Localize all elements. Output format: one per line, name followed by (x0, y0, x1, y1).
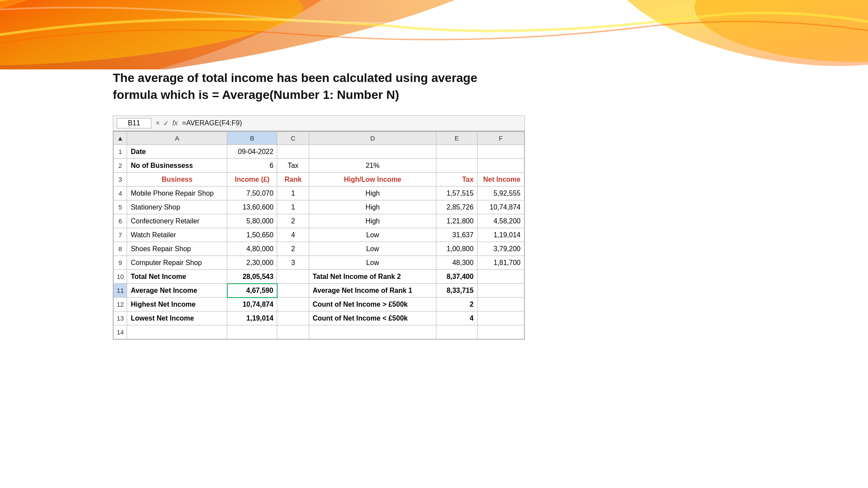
cell-f14[interactable] (477, 325, 524, 339)
cell-a14[interactable] (127, 325, 227, 339)
cell-d6[interactable]: High (309, 214, 436, 228)
cell-d14[interactable] (309, 325, 436, 339)
cell-a8[interactable]: Shoes Repair Shop (127, 242, 227, 256)
cell-f1[interactable] (477, 145, 524, 159)
cell-e9[interactable]: 48,300 (436, 256, 477, 270)
cell-c5[interactable]: 1 (277, 200, 309, 214)
cell-e3[interactable]: Tax (436, 173, 477, 187)
cell-a6[interactable]: Confectionery Retailer (127, 214, 227, 228)
cell-d7[interactable]: Low (309, 228, 436, 242)
cell-e1[interactable] (436, 145, 477, 159)
cell-b6[interactable]: 5,80,000 (227, 214, 277, 228)
table-row: 5 Stationery Shop 13,60,600 1 High 2,85,… (114, 200, 524, 214)
cell-c10[interactable] (277, 270, 309, 284)
cell-b9[interactable]: 2,30,000 (227, 256, 277, 270)
cell-b13[interactable]: 1,19,014 (227, 311, 277, 325)
cell-a9[interactable]: Computer Repair Shop (127, 256, 227, 270)
cell-f5[interactable]: 10,74,874 (477, 200, 524, 214)
cell-b5[interactable]: 13,60,600 (227, 200, 277, 214)
cell-c3[interactable]: Rank (277, 173, 309, 187)
cell-a5[interactable]: Stationery Shop (127, 200, 227, 214)
cell-f7[interactable]: 1,19,014 (477, 228, 524, 242)
row-num: 12 (114, 298, 127, 311)
cell-c14[interactable] (277, 325, 309, 339)
fx-icon[interactable]: fx (172, 119, 177, 128)
cell-a10[interactable]: Total Net Income (127, 270, 227, 284)
cell-b8[interactable]: 4,80,000 (227, 242, 277, 256)
cell-c7[interactable]: 4 (277, 228, 309, 242)
cell-d13[interactable]: Count of Net Income < £500k (309, 311, 436, 325)
cell-e10[interactable]: 8,37,400 (436, 270, 477, 284)
cell-a2[interactable]: No of Businessess (127, 159, 227, 173)
cell-b3[interactable]: Income (£) (227, 173, 277, 187)
cell-f13[interactable] (477, 311, 524, 325)
cell-d4[interactable]: High (309, 187, 436, 200)
cell-c1[interactable] (277, 145, 309, 159)
cell-c12[interactable] (277, 298, 309, 311)
cell-d10[interactable]: Tatal Net Income of Rank 2 (309, 270, 436, 284)
cell-b11[interactable]: 4,67,590 (227, 284, 277, 298)
header-decoration (0, 0, 868, 69)
description-text: The average of total income has been cal… (113, 69, 525, 103)
cell-b7[interactable]: 1,50,650 (227, 228, 277, 242)
row-num: 6 (114, 214, 127, 228)
table-row: 1 Date 09-04-2022 (114, 145, 524, 159)
cell-d5[interactable]: High (309, 200, 436, 214)
cell-f11[interactable] (477, 284, 524, 298)
cell-e6[interactable]: 1,21,800 (436, 214, 477, 228)
cell-c11[interactable] (277, 284, 309, 298)
row-num: 13 (114, 311, 127, 325)
cell-b4[interactable]: 7,50,070 (227, 187, 277, 200)
cell-e7[interactable]: 31,637 (436, 228, 477, 242)
cell-e13[interactable]: 4 (436, 311, 477, 325)
cell-b10[interactable]: 28,05,543 (227, 270, 277, 284)
cell-d11[interactable]: Average Net Income of Rank 1 (309, 284, 436, 298)
cell-d12[interactable]: Count of Net Income > £500k (309, 298, 436, 311)
confirm-icon[interactable]: ✓ (163, 119, 169, 128)
cell-f3[interactable]: Net Income (477, 173, 524, 187)
cell-c13[interactable] (277, 311, 309, 325)
cell-c6[interactable]: 2 (277, 214, 309, 228)
cell-b2[interactable]: 6 (227, 159, 277, 173)
cell-reference[interactable]: B11 (117, 118, 151, 128)
cell-e11[interactable]: 8,33,715 (436, 284, 477, 298)
cell-a4[interactable]: Mobile Phone Repair Shop (127, 187, 227, 200)
cell-e2[interactable] (436, 159, 477, 173)
cell-e14[interactable] (436, 325, 477, 339)
cell-e8[interactable]: 1,00,800 (436, 242, 477, 256)
cell-d9[interactable]: Low (309, 256, 436, 270)
table-row: 11 Average Net Income 4,67,590 Average N… (114, 284, 524, 298)
cell-e5[interactable]: 2,85,726 (436, 200, 477, 214)
table-row: 8 Shoes Repair Shop 4,80,000 2 Low 1,00,… (114, 242, 524, 256)
cancel-icon[interactable]: × (156, 119, 160, 128)
cell-c8[interactable]: 2 (277, 242, 309, 256)
cell-d8[interactable]: Low (309, 242, 436, 256)
row-num: 1 (114, 145, 127, 159)
cell-a11[interactable]: Average Net Income (127, 284, 227, 298)
cell-f6[interactable]: 4,58,200 (477, 214, 524, 228)
cell-b1[interactable]: 09-04-2022 (227, 145, 277, 159)
cell-e12[interactable]: 2 (436, 298, 477, 311)
cell-c4[interactable]: 1 (277, 187, 309, 200)
cell-f10[interactable] (477, 270, 524, 284)
cell-d3[interactable]: High/Low Income (309, 173, 436, 187)
cell-d2[interactable]: 21% (309, 159, 436, 173)
cell-f2[interactable] (477, 159, 524, 173)
cell-a7[interactable]: Watch Retailer (127, 228, 227, 242)
table-row: 3 Business Income (£) Rank High/Low Inco… (114, 173, 524, 187)
cell-a13[interactable]: Lowest Net Income (127, 311, 227, 325)
cell-b14[interactable] (227, 325, 277, 339)
cell-c2[interactable]: Tax (277, 159, 309, 173)
cell-f12[interactable] (477, 298, 524, 311)
cell-d1[interactable] (309, 145, 436, 159)
cell-c9[interactable]: 3 (277, 256, 309, 270)
cell-e4[interactable]: 1,57,515 (436, 187, 477, 200)
cell-a12[interactable]: Highest Net Income (127, 298, 227, 311)
cell-f9[interactable]: 1,81,700 (477, 256, 524, 270)
cell-f8[interactable]: 3,79,200 (477, 242, 524, 256)
cell-a1[interactable]: Date (127, 145, 227, 159)
cell-b12[interactable]: 10,74,874 (227, 298, 277, 311)
row-num: 3 (114, 173, 127, 187)
cell-f4[interactable]: 5,92,555 (477, 187, 524, 200)
cell-a3[interactable]: Business (127, 173, 227, 187)
